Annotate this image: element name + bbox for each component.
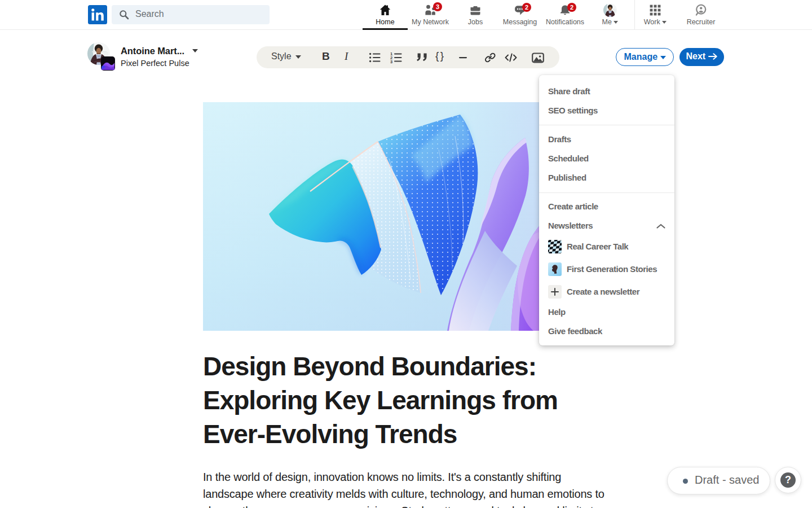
svg-text:3: 3 [390,59,392,64]
